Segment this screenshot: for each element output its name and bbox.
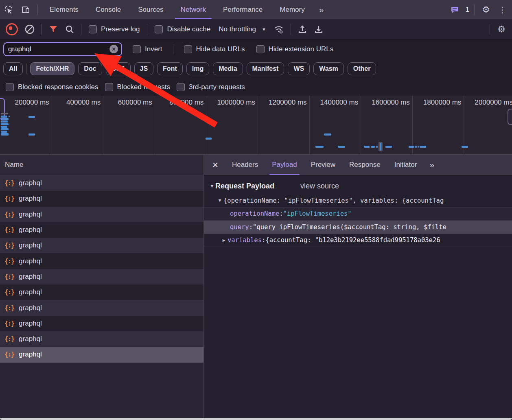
checkbox[interactable] (89, 25, 97, 33)
timeline-column[interactable]: 1000000 ms (206, 96, 258, 154)
divider (81, 24, 81, 35)
network-settings-gear-icon[interactable]: ⚙ (493, 25, 510, 34)
type-filter-manifest[interactable]: Manifest (247, 62, 284, 75)
request-name: graphql (19, 226, 42, 234)
request-name: graphql (19, 273, 42, 281)
request-row[interactable]: {:}graphql (0, 331, 203, 347)
timeline-column[interactable]: 1800000 ms (412, 96, 464, 154)
timeline-column[interactable]: 600000 ms (103, 96, 155, 154)
tab-sources[interactable]: Sources (129, 0, 172, 19)
settings-gear-icon[interactable]: ⚙ (478, 5, 494, 14)
request-type-filters: AllFetch/XHRDocCSSJSFontImgMediaManifest… (0, 59, 512, 78)
type-filter-all[interactable]: All (3, 62, 23, 75)
type-filter-other[interactable]: Other (348, 62, 376, 75)
request-row[interactable]: {:}graphql (0, 300, 203, 315)
type-filter-img[interactable]: Img (186, 62, 209, 75)
type-filter-fetch-xhr[interactable]: Fetch/XHR (30, 62, 74, 75)
type-filter-wasm[interactable]: Wasm (313, 62, 344, 75)
type-filter-ws[interactable]: WS (288, 62, 310, 75)
view-source-link[interactable]: view source (300, 182, 339, 190)
payload-separator: : (249, 223, 253, 231)
checkbox[interactable] (155, 25, 163, 33)
tab-memory[interactable]: Memory (271, 0, 313, 19)
device-toolbar-icon[interactable] (20, 4, 31, 15)
request-row[interactable]: {:}graphql (0, 316, 203, 331)
clear-network-log-icon[interactable] (24, 24, 35, 35)
type-filter-doc[interactable]: Doc (78, 62, 102, 75)
checkbox[interactable] (184, 45, 192, 53)
filter-input[interactable] (7, 45, 109, 54)
timeline-column[interactable]: 2000000 ms (464, 96, 512, 154)
network-overview-timeline[interactable]: 200000 ms400000 ms600000 ms800000 ms1000… (0, 96, 512, 155)
request-row[interactable]: {:}graphql (0, 347, 203, 362)
request-row[interactable]: {:}graphql (0, 253, 203, 269)
request-row[interactable]: {:}graphql (0, 269, 203, 284)
checkbox[interactable] (177, 83, 185, 91)
3rd-party-requests-label: 3rd-party requests (189, 83, 245, 91)
close-detail-icon[interactable]: ✕ (206, 160, 225, 170)
timeline-column[interactable]: 1200000 ms (258, 96, 309, 154)
record-network-log-button[interactable] (6, 23, 18, 35)
detail-tab-initiator[interactable]: Initiator (387, 155, 424, 175)
import-har-icon[interactable] (298, 24, 307, 34)
more-panels-icon[interactable]: » (313, 5, 329, 15)
invert-checkbox[interactable]: Invert (133, 45, 162, 53)
detail-tab-response[interactable]: Response (342, 155, 387, 175)
export-har-icon[interactable] (314, 24, 324, 34)
hide-data-urls-checkbox[interactable]: Hide data URLs (184, 45, 245, 53)
type-filter-font[interactable]: Font (157, 62, 183, 75)
payload-row-operationname[interactable]: operationName: "ipFlowTimeseries" (204, 207, 512, 221)
throttling-dropdown[interactable]: No throttling ▼ (219, 25, 266, 33)
issues-message-icon[interactable] (449, 4, 460, 15)
preserve-log-checkbox[interactable]: Preserve log (89, 25, 140, 33)
disable-cache-label: Disable cache (167, 25, 210, 33)
request-row[interactable]: {:}graphql (0, 191, 203, 206)
detail-tab-headers[interactable]: Headers (225, 155, 265, 175)
timeline-column[interactable]: 1600000 ms (361, 96, 412, 154)
detail-tabs: HeadersPayloadPreviewResponseInitiator (225, 155, 424, 175)
blocked-response-cookies-checkbox[interactable]: Blocked response cookies (6, 83, 98, 91)
request-row[interactable]: {:}graphql (0, 238, 203, 253)
filter-funnel-icon[interactable] (48, 24, 58, 34)
inspect-element-icon[interactable] (3, 4, 14, 15)
request-name: graphql (19, 319, 42, 328)
more-detail-tabs-icon[interactable]: » (424, 160, 439, 170)
timeline-column[interactable]: 800000 ms (155, 96, 206, 154)
checkbox[interactable] (6, 83, 14, 91)
type-filter-js[interactable]: JS (134, 62, 154, 75)
checkbox[interactable] (256, 45, 265, 53)
3rd-party-requests-checkbox[interactable]: 3rd-party requests (177, 83, 245, 91)
request-payload-section[interactable]: ▼ Request Payload view source (204, 178, 512, 194)
payload-object-preview[interactable]: ▼ {operationName: "ipFlowTimeseries", va… (204, 194, 512, 207)
type-filter-css[interactable]: CSS (106, 62, 131, 75)
request-row[interactable]: {:}graphql (0, 284, 203, 300)
request-name: graphql (19, 350, 42, 359)
tab-console[interactable]: Console (87, 0, 129, 19)
detail-tab-preview[interactable]: Preview (304, 155, 342, 175)
search-icon[interactable] (65, 24, 74, 34)
clear-filter-icon[interactable]: ✕ (109, 45, 118, 53)
name-column-header[interactable]: Name (0, 155, 203, 175)
timeline-column[interactable]: 400000 ms (52, 96, 103, 154)
timeline-column[interactable]: 1400000 ms (309, 96, 361, 154)
hide-extension-urls-checkbox[interactable]: Hide extension URLs (256, 45, 334, 53)
tab-performance[interactable]: Performance (214, 0, 271, 19)
request-row[interactable]: {:}graphql (0, 207, 203, 222)
payload-row-query[interactable]: query: "query ipFlowTimeseries($accountT… (204, 220, 512, 234)
network-conditions-icon[interactable] (274, 24, 284, 35)
tab-network[interactable]: Network (172, 0, 214, 19)
json-braces-icon: {:} (4, 211, 14, 218)
type-filter-media[interactable]: Media (213, 62, 243, 75)
blocked-requests-checkbox[interactable]: Blocked requests (105, 83, 170, 91)
tab-elements[interactable]: Elements (41, 0, 87, 19)
request-row[interactable]: {:}graphql (0, 222, 203, 238)
checkbox[interactable] (133, 45, 141, 53)
payload-separator: : (262, 236, 265, 244)
detail-tab-payload[interactable]: Payload (265, 155, 304, 175)
checkbox[interactable] (105, 83, 113, 91)
disable-cache-checkbox[interactable]: Disable cache (155, 25, 210, 33)
payload-row-variables[interactable]: ▶variables: {accountTag: "b12e3b2192ee55… (204, 234, 512, 247)
request-row[interactable]: {:}graphql (0, 175, 203, 191)
menu-dots-icon[interactable]: ⋮ (494, 6, 512, 14)
timeline-column[interactable]: 200000 ms (0, 96, 52, 154)
